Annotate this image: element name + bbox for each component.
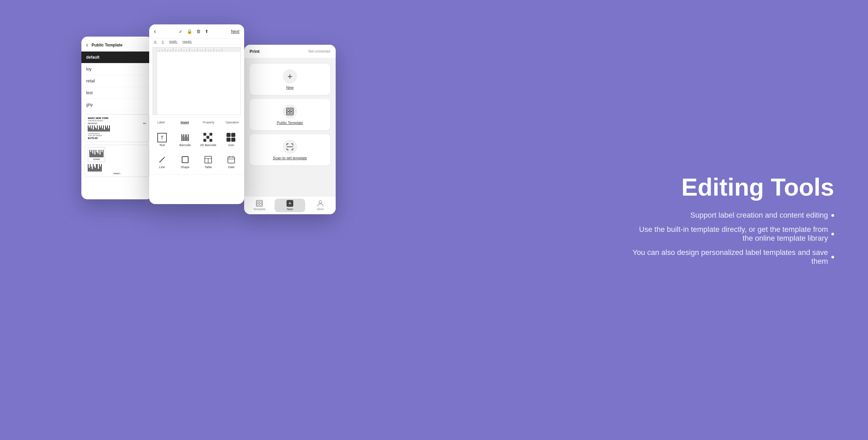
label-preview-area: MARC NEW YORK ANDREW MARC NN193187 Pin L… [81,111,153,180]
menu-item-toy[interactable]: toy [81,63,153,75]
coords-bar: X: Y: Width: Height: [149,39,244,45]
insert-grid-row2: Line Shape Table [149,152,244,175]
insert-text-label: Text [159,143,165,147]
insert-shape-label: Shape [181,165,190,169]
2d-barcode-icon [203,133,213,142]
nav-mine-label: Mine [317,207,324,211]
label-canvas[interactable] [157,52,240,115]
tab-insert[interactable]: Insert [173,119,197,125]
scan-label: Scan to get template [273,156,307,160]
print-main: + New Public Template [244,58,336,196]
insert-date-label: Date [228,165,234,169]
date-icon [226,155,236,164]
bullet-item-3: You can also design personalized label t… [631,248,834,266]
tab-property[interactable]: Property [197,119,220,125]
label-subbrand: ANDREW MARC [88,120,146,122]
template-menu: default toy retail test ghy [81,52,153,111]
tab-operation[interactable]: Operation [220,119,244,125]
tab-label[interactable]: Label [149,119,173,125]
nav-mine[interactable]: Mine [305,199,336,212]
menu-item-retail[interactable]: retail [81,75,153,87]
insert-line-button[interactable]: Line [151,152,174,172]
bullet-dot-1 [831,214,834,217]
public-template-label: Public Template [277,121,303,125]
toolbar-icons: ✓ 🔒 🗑 ⬆ [179,29,209,34]
not-connected-status: Not connected [309,49,331,53]
svg-rect-15 [260,201,262,203]
x-coord-label: X: [154,40,157,43]
table-icon [203,155,213,164]
insert-line-label: Line [159,165,165,169]
barcode-box: 123456 [88,147,105,162]
bullet-dot-2 [831,233,834,236]
insert-grid-row1: T Text Barcode [149,127,244,152]
svg-rect-3 [228,157,235,163]
barcode-box-2: 959521 [88,164,146,175]
insert-text-button[interactable]: T Text [151,130,174,149]
insert-icon-button[interactable]: Icon [220,130,243,149]
nav-template[interactable]: Template [244,199,275,212]
bullet-text-1: Support label creation and content editi… [690,211,828,220]
y-coord-label: Y: [162,40,164,43]
right-panel: Editing Tools Support label creation and… [631,174,834,266]
public-template-icon [283,104,297,119]
nav-new[interactable]: + New [275,199,305,212]
new-card[interactable]: + New [250,64,330,95]
svg-rect-17 [260,204,262,205]
width-label: Width: [169,40,178,43]
barcode-text-2: 959521 [88,173,146,175]
menu-item-ghy[interactable]: ghy [81,99,153,111]
insert-table-button[interactable]: Table [197,152,220,172]
bullet-item-1: Support label creation and content editi… [631,211,834,220]
nav-new-label: New [287,207,293,211]
menu-item-default[interactable]: default [81,52,153,63]
menu-item-test[interactable]: test [81,87,153,99]
next-button[interactable]: Next [231,29,239,34]
line-icon [157,155,167,164]
barcode-icon [181,133,189,142]
scan-icon [283,140,297,154]
new-icon: + [283,69,297,83]
print-title: Print [250,49,260,54]
shape-icon [180,155,190,164]
label-preview-2[interactable]: 123456 959521 [85,145,149,177]
delete-icon[interactable]: 🗑 [196,29,201,34]
print-bottom-nav: Template + New Mine [244,196,336,214]
insert-barcode-button[interactable]: Barcode [174,130,197,149]
insert-table-label: Table [204,165,212,169]
svg-rect-11 [290,112,292,114]
editor-back-icon[interactable]: ‹ [154,28,156,35]
insert-2d-barcode-button[interactable]: 2D Barcode [197,130,220,149]
text-icon: T [157,133,167,142]
label-price: $175.00 [88,137,146,140]
insert-icon-label: Icon [228,143,234,147]
canvas-area[interactable] [153,47,241,115]
label-preview-1[interactable]: MARC NEW YORK ANDREW MARC NN193187 Pin L… [85,114,149,142]
checkmark-icon[interactable]: ✓ [179,29,183,34]
label-brand: MARC NEW YORK [88,117,146,120]
barcode-display-1 [88,125,146,132]
bullet-text-2: Use the built-in template directly, or g… [631,225,828,243]
height-label: Height: [182,40,192,43]
screen-title: Public Template [92,43,122,47]
ruler-horizontal [153,47,240,52]
icon-icon [226,133,236,142]
back-icon[interactable]: ‹ [86,41,88,48]
svg-rect-7 [287,108,293,115]
insert-shape-button[interactable]: Shape [174,152,197,172]
svg-rect-9 [290,109,292,111]
lock-icon[interactable]: 🔒 [187,29,192,34]
public-template-card[interactable]: Public Template [250,99,330,130]
print-header: Print Not connected [244,45,336,58]
bullet-text-3: You can also design personalized label t… [631,248,828,266]
nav-new-icon: + [287,200,293,207]
ruler-vertical [153,47,157,115]
main-heading: Editing Tools [631,174,834,201]
svg-rect-16 [257,204,259,205]
bullet-dot-3 [831,256,834,259]
svg-rect-14 [257,201,259,203]
editor-toolbar: ‹ ✓ 🔒 🗑 ⬆ Next [149,24,244,39]
insert-date-button[interactable]: Date [220,152,243,172]
scan-card[interactable]: Scan to get template [250,134,330,165]
export-icon[interactable]: ⬆ [205,29,209,34]
